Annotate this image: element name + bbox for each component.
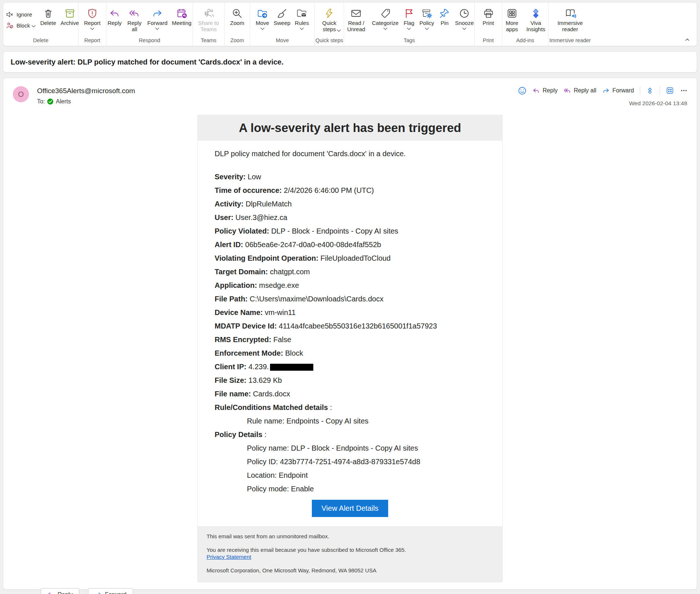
immersive-reader-button[interactable]: Immersive reader xyxy=(553,6,587,33)
policy-mode-line: Policy mode: Enable xyxy=(215,485,485,493)
group-label-report: Report xyxy=(79,37,106,46)
speaker-mute-icon xyxy=(6,11,14,18)
reply-all-button[interactable]: Reply all xyxy=(124,6,145,33)
bottom-reply-button[interactable]: Reply xyxy=(41,588,79,594)
field-user: User: User.3@hiez.ca xyxy=(215,214,485,221)
more-apps-button[interactable]: More apps xyxy=(502,6,522,33)
message-actions: Reply Reply all Forward xyxy=(518,86,688,95)
email-subject: Low-severity alert: DLP policy matched f… xyxy=(11,58,284,66)
actions-divider xyxy=(640,86,640,95)
flag-label: Flag xyxy=(404,20,414,26)
policy-box-gear-icon xyxy=(421,6,433,20)
zoom-label: Zoom xyxy=(230,20,244,26)
ignore-label: Ignore xyxy=(17,11,32,18)
delete-button[interactable]: Delete xyxy=(39,6,58,27)
report-label: Report xyxy=(84,20,101,26)
group-label-print: Print xyxy=(475,37,502,46)
move-button[interactable]: Move xyxy=(254,6,271,30)
viva-insights-button[interactable]: Viva Insights xyxy=(523,6,549,33)
ribbon-group-quick-steps: Quick steps Quick steps xyxy=(315,3,344,46)
reply-all-arrow-icon xyxy=(128,6,141,20)
snooze-button[interactable]: Snooze xyxy=(453,6,475,30)
forward-button[interactable]: Forward xyxy=(145,6,169,30)
flag-icon xyxy=(403,6,415,20)
block-label: Block xyxy=(17,22,30,29)
header-reply-button[interactable]: Reply xyxy=(532,87,558,95)
ribbon-spacer xyxy=(592,3,697,46)
pin-button[interactable]: Pin xyxy=(437,6,452,27)
report-button[interactable]: Report xyxy=(82,6,102,30)
privacy-statement-link[interactable]: Privacy Statement xyxy=(207,553,251,560)
ribbon-group-print: Print Print xyxy=(475,3,502,46)
field-endpoint-operation: Violating Endpoint Operation: FileUpload… xyxy=(215,254,485,262)
reactions-smiley-icon[interactable] xyxy=(518,87,526,95)
header-forward-button[interactable]: Forward xyxy=(602,87,634,95)
read-unread-label: Read / Unread xyxy=(345,20,368,33)
group-label-quick-steps: Quick steps xyxy=(315,37,344,46)
bottom-forward-button[interactable]: Forward xyxy=(88,588,133,594)
print-button[interactable]: Print xyxy=(481,6,496,27)
to-label: To: xyxy=(37,98,45,105)
field-rms-encrypted: RMS Encrypted: False xyxy=(215,336,485,344)
sweep-label: Sweep xyxy=(274,20,291,26)
archive-label: Archive xyxy=(61,20,79,26)
field-severity: Severity: Low xyxy=(215,173,485,181)
apps-grid-icon xyxy=(506,6,518,20)
header-reply-all-label: Reply all xyxy=(574,87,596,94)
reply-button[interactable]: Reply xyxy=(106,6,123,27)
sender-avatar[interactable]: O xyxy=(13,86,29,102)
quick-steps-button[interactable]: Quick steps xyxy=(316,6,343,32)
read-unread-button[interactable]: Read / Unread xyxy=(343,6,369,33)
bottom-actions: Reply Forward xyxy=(41,588,697,594)
forward-arrow-icon xyxy=(95,591,102,594)
meeting-button[interactable]: Meeting xyxy=(170,6,193,27)
immersive-reader-icon xyxy=(564,6,576,20)
person-block-icon xyxy=(6,22,14,29)
rules-folder-icon xyxy=(296,6,308,20)
meeting-calendar-icon xyxy=(176,6,188,20)
field-target-domain: Target Domain: chatgpt.com xyxy=(215,268,485,276)
ribbon-group-teams: Share to Teams Teams xyxy=(193,3,225,46)
delete-label: Delete xyxy=(40,20,56,26)
header-reply-all-button[interactable]: Reply all xyxy=(564,87,596,95)
group-label-respond: Respond xyxy=(106,37,193,46)
email-content: A low-severity alert has been triggered … xyxy=(197,115,503,582)
snooze-label: Snooze xyxy=(455,20,474,26)
group-label-zoom: Zoom xyxy=(225,37,250,46)
clock-icon xyxy=(458,6,470,20)
ribbon-collapse-chevron-icon[interactable] xyxy=(685,38,690,41)
pin-icon xyxy=(438,6,451,20)
chevron-down-icon xyxy=(425,27,429,30)
view-alert-details-button[interactable]: View Alert Details xyxy=(312,500,388,517)
sweep-button[interactable]: Sweep xyxy=(272,6,292,27)
field-activity: Activity: DlpRuleMatch xyxy=(215,200,485,208)
footer-subscription-note: You are receiving this email because you… xyxy=(207,546,493,553)
trash-icon xyxy=(42,6,54,20)
archive-button[interactable]: Archive xyxy=(59,6,81,27)
rules-button[interactable]: Rules xyxy=(293,6,311,30)
shield-exclamation-icon xyxy=(86,6,98,20)
zoom-button[interactable]: Zoom xyxy=(228,6,246,27)
reply-all-arrow-icon xyxy=(564,87,571,95)
chevron-down-icon xyxy=(155,27,159,30)
message-date: Wed 2026-02-04 13:48 xyxy=(629,100,687,107)
header-apps-grid-icon[interactable] xyxy=(666,87,674,95)
ribbon-toolbar: Ignore Block Delete xyxy=(3,2,697,46)
flag-button[interactable]: Flag xyxy=(401,6,417,30)
reply-arrow-icon xyxy=(47,591,54,594)
header-viva-insights-icon[interactable] xyxy=(646,87,654,95)
categorize-button[interactable]: Categorize xyxy=(370,6,401,30)
recipient-name[interactable]: Alerts xyxy=(56,98,71,105)
field-client-ip: Client IP: 4.239. xyxy=(215,363,485,371)
group-label-move: Move xyxy=(250,37,314,46)
policy-button[interactable]: Policy xyxy=(418,6,436,30)
ignore-button[interactable]: Ignore xyxy=(6,11,36,18)
reply-label: Reply xyxy=(107,20,121,26)
archive-box-icon xyxy=(64,6,76,20)
block-button[interactable]: Block xyxy=(6,22,36,29)
ribbon-group-zoom: Zoom Zoom xyxy=(225,3,250,46)
printer-icon xyxy=(482,6,495,20)
more-options-ellipsis-icon[interactable] xyxy=(680,87,688,95)
chevron-down-icon xyxy=(300,27,304,30)
share-to-teams-button[interactable]: Share to Teams xyxy=(194,6,223,33)
